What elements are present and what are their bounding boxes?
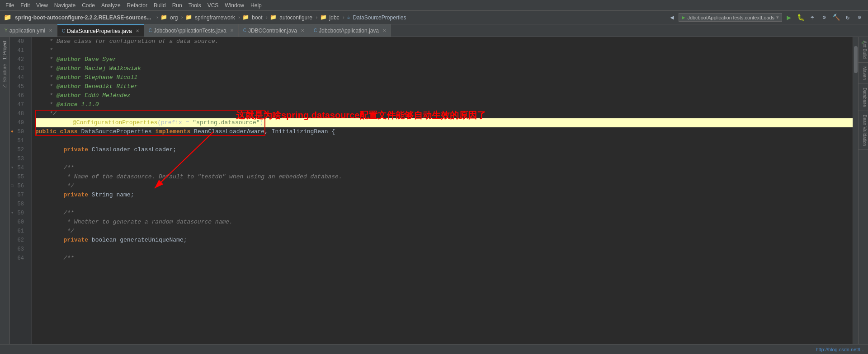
tab-close-tests[interactable]: ✕ [230, 28, 234, 33]
folder-icon-4: 📁 [270, 14, 277, 21]
menu-refactor[interactable]: Refactor [124, 1, 150, 9]
menu-file[interactable]: File [3, 1, 17, 9]
breadcrumb-org[interactable]: org [169, 14, 179, 21]
line-50: ● 50 [10, 127, 28, 136]
tab-jdbcboot-app[interactable]: C JdbcbootApplication.java ✕ [309, 24, 391, 37]
code-line-46: * @author Eddú Meléndez [35, 91, 853, 100]
line-47: 47 [10, 100, 28, 109]
panel-bean-validation[interactable]: Bean Validation [859, 111, 868, 150]
breadcrumb-springframework[interactable]: springframework [194, 14, 236, 21]
line-57: 57 [10, 191, 28, 200]
anno-paren-open: ( [157, 119, 161, 126]
comment-54: /** [35, 163, 74, 172]
tab-close-datasource[interactable]: ✕ [136, 28, 139, 33]
menu-build[interactable]: Build [151, 1, 169, 9]
breadcrumb-jdbc[interactable]: jdbc [329, 14, 340, 21]
sidebar-structure-label[interactable]: Z: Structure [1, 62, 8, 89]
code-content[interactable]: * Base class for configuration of a data… [32, 37, 853, 354]
line-61: 61 [10, 227, 28, 236]
empty-51 [35, 136, 39, 145]
menu-vcs[interactable]: VCS [205, 1, 222, 9]
line-46: 46 [10, 91, 28, 100]
nav-back-button[interactable]: ◀ [667, 13, 677, 23]
tab-close-app[interactable]: ✕ [382, 28, 386, 33]
kw-implements-50: implements [155, 127, 194, 136]
menu-view[interactable]: View [33, 1, 51, 9]
iface-initbean: InitializingBean [272, 127, 328, 136]
tab-application-yml[interactable]: Y application.yml ✕ [0, 24, 57, 37]
scroll-thumb[interactable] [854, 46, 858, 73]
code-line-59: /** [35, 209, 853, 218]
line-55: 55 [10, 172, 28, 182]
tab-close-yml[interactable]: ✕ [49, 28, 52, 33]
breadcrumb-class[interactable]: DataSourceProperties [352, 14, 407, 21]
folder-icon-2: 📁 [185, 14, 192, 21]
fold-59-icon[interactable]: ▾ [11, 209, 14, 218]
code-line-40: * Base class for configuration of a data… [35, 37, 853, 46]
class-name-50: DataSourceProperties [81, 127, 155, 136]
panel-maven[interactable]: Maven [859, 63, 868, 84]
line-64: 64 [10, 254, 28, 263]
var-name-62: generateUniqueName; [120, 236, 187, 245]
code-line-60: * Whether to generate a random datasourc… [35, 218, 853, 227]
folder-icon-1: 📁 [160, 14, 167, 21]
menu-run[interactable]: Run [170, 1, 185, 9]
menu-edit[interactable]: Edit [18, 1, 33, 9]
menu-navigate[interactable]: Navigate [52, 1, 78, 9]
code-line-50: public class DataSourceProperties implem… [35, 127, 853, 136]
line-48: 48 [10, 109, 28, 118]
build-button[interactable]: 🔨 [831, 13, 841, 23]
menu-window[interactable]: Window [222, 1, 247, 9]
sync-button[interactable]: ↻ [843, 13, 853, 23]
menu-bar: File Edit View Navigate Code Analyze Ref… [0, 0, 868, 11]
status-url[interactable]: http://blog.csdn.net/l... [816, 347, 864, 352]
status-bar: http://blog.csdn.net/l... [0, 344, 868, 354]
indent-52 [35, 145, 63, 154]
class-icon: ☕ [347, 14, 350, 21]
menu-analyze[interactable]: Analyze [99, 1, 123, 9]
line-60: 60 [10, 218, 28, 227]
tab-datasource-properties[interactable]: C DataSourceProperties.java ✕ [57, 24, 144, 37]
inspection-ok-icon[interactable]: ✓ [858, 37, 868, 47]
debug-button[interactable]: 🐛 [796, 13, 806, 23]
run-config-dropdown[interactable]: ▶ JdbcbootApplicationTests.contextLoads … [679, 13, 782, 22]
comment-40: * Base class for configuration of a data… [35, 37, 219, 46]
breadcrumb-boot[interactable]: boot [251, 14, 263, 21]
menu-tools[interactable]: Tools [186, 1, 204, 9]
java-icon-2: C [149, 28, 152, 33]
line-52: 52 [10, 145, 28, 154]
editor-area: 40 41 42 43 44 45 46 47 48 49 ● 50 51 52… [10, 37, 858, 354]
panel-database[interactable]: Database [859, 84, 868, 111]
author-tag-44: @author [57, 73, 81, 82]
comment-42-prefix: * [35, 55, 57, 64]
run-button[interactable]: ▶ [784, 13, 794, 23]
fold-54-icon[interactable]: ▾ [11, 163, 14, 172]
java-icon-4: C [314, 28, 317, 33]
profile-button[interactable]: ⚙ [819, 13, 829, 23]
tab-jdbcboot-tests[interactable]: C JdbcbootApplicationTests.java ✕ [144, 24, 239, 37]
comment-60: * Whether to generate a random datasourc… [35, 218, 233, 227]
menu-help[interactable]: Help [248, 1, 264, 9]
line-62: 62 [10, 236, 28, 245]
line-40: 40 [10, 37, 28, 46]
java-icon-1: C [62, 28, 65, 33]
code-line-52: private ClassLoader classLoader; [35, 145, 853, 154]
java-icon-3: C [243, 28, 246, 33]
scroll-indicator[interactable] [853, 37, 858, 354]
comment-41: * [35, 46, 53, 55]
left-sidebar: 1: Project Z: Structure [0, 37, 10, 354]
line-63: 63 [10, 245, 28, 254]
tab-jdbc-controller[interactable]: C JDBCController.java ✕ [239, 24, 309, 37]
main-area: 1: Project Z: Structure 40 41 42 43 44 4… [0, 37, 868, 354]
tab-close-controller[interactable]: ✕ [301, 28, 304, 33]
coverage-button[interactable]: ☂ [807, 13, 817, 23]
project-name[interactable]: spring-boot-autoconfigure-2.2.2.RELEASE-… [15, 14, 154, 21]
line-56: □ 56 [10, 182, 28, 191]
code-line-56: */ [35, 182, 853, 191]
menu-code[interactable]: Code [79, 1, 98, 9]
breadcrumb-autoconfigure[interactable]: autoconfigure [278, 14, 313, 21]
fold-56-icon[interactable]: □ [11, 182, 13, 191]
code-line-49: @ConfigurationProperties(prefix = "sprin… [35, 118, 853, 127]
sidebar-project-label[interactable]: 1: Project [1, 39, 8, 61]
settings-button[interactable]: ⚙ [854, 13, 864, 23]
